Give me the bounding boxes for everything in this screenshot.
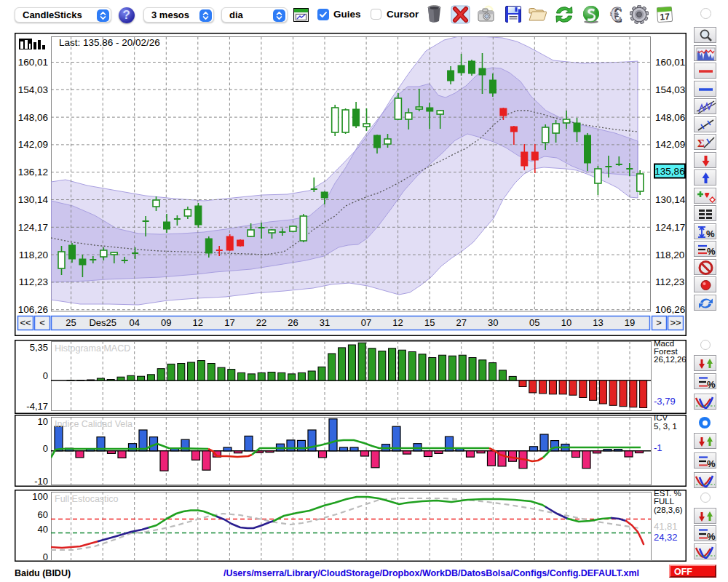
svg-text:24,32: 24,32	[654, 532, 678, 543]
svg-text:04: 04	[129, 317, 139, 328]
svg-text:-1: -1	[654, 442, 662, 453]
svg-text:-10: -10	[34, 476, 48, 487]
svg-text:15: 15	[424, 317, 435, 328]
svg-text:Last: 135.86 - 20/02/26: Last: 135.86 - 20/02/26	[59, 37, 160, 48]
svg-text:25: 25	[66, 317, 76, 328]
svg-text:27: 27	[456, 317, 466, 328]
svg-text:-4,17: -4,17	[26, 401, 48, 412]
svg-text:€: €	[610, 5, 621, 25]
svg-text:124,17: 124,17	[655, 222, 685, 233]
svg-text:FULL: FULL	[654, 497, 675, 506]
svg-text:41,81: 41,81	[654, 521, 678, 532]
svg-text:135,86: 135,86	[654, 166, 684, 177]
svg-text:%: %	[707, 379, 716, 390]
svg-text:26,12,26: 26,12,26	[654, 355, 687, 364]
svg-text:148,06: 148,06	[655, 112, 685, 123]
svg-text:Indice Calidad Vela: Indice Calidad Vela	[55, 419, 132, 429]
svg-text:40: 40	[38, 524, 48, 535]
svg-text:130,14: 130,14	[18, 194, 49, 205]
svg-text:148,06: 148,06	[18, 112, 48, 123]
svg-text:Σ: Σ	[697, 137, 705, 149]
svg-text:12: 12	[193, 317, 203, 328]
svg-text:07: 07	[361, 317, 371, 328]
svg-text:-3,79: -3,79	[654, 396, 676, 407]
svg-text:%: %	[707, 531, 716, 542]
svg-text:22: 22	[256, 317, 266, 328]
svg-text:09: 09	[161, 317, 171, 328]
svg-text:Des25: Des25	[89, 317, 116, 328]
svg-text:0: 0	[43, 370, 48, 381]
svg-text:60: 60	[38, 509, 48, 520]
svg-text:13: 13	[593, 317, 603, 328]
svg-text:5,35: 5,35	[30, 342, 48, 353]
svg-text:<<: <<	[20, 317, 31, 328]
svg-text:26: 26	[288, 317, 298, 328]
svg-text:118,20: 118,20	[655, 250, 684, 260]
svg-text:100: 100	[32, 491, 48, 502]
svg-text:30: 30	[488, 317, 498, 328]
svg-text:112,23: 112,23	[19, 276, 48, 287]
svg-text:(28,3,6): (28,3,6)	[654, 506, 683, 514]
svg-text:142,09: 142,09	[18, 139, 48, 150]
svg-text:142,09: 142,09	[655, 139, 685, 150]
svg-text:%: %	[707, 458, 716, 469]
svg-text:154,03: 154,03	[18, 84, 48, 95]
svg-text:124,17: 124,17	[18, 222, 48, 233]
svg-text:<: <	[39, 317, 45, 328]
svg-text:%: %	[707, 246, 716, 257]
svg-text:05: 05	[529, 317, 539, 328]
svg-text:0: 0	[43, 443, 48, 454]
svg-text:160,01: 160,01	[18, 57, 48, 68]
svg-text:17: 17	[660, 12, 670, 23]
svg-text:0: 0	[43, 551, 48, 562]
svg-text:>>: >>	[670, 317, 681, 328]
svg-text:5, 3, 1: 5, 3, 1	[654, 422, 677, 431]
svg-text:106,26: 106,26	[655, 304, 685, 315]
svg-text:31: 31	[320, 317, 330, 328]
svg-text:136,12: 136,12	[18, 167, 48, 178]
svg-text:Histograma MACD: Histograma MACD	[55, 343, 130, 354]
svg-text:19: 19	[625, 317, 635, 328]
svg-text:12: 12	[392, 317, 403, 328]
svg-text:ICV: ICV	[654, 415, 668, 422]
svg-text:130,14: 130,14	[655, 194, 686, 205]
svg-text:%: %	[706, 228, 715, 239]
svg-text:17: 17	[224, 317, 234, 328]
svg-text:112,23: 112,23	[655, 276, 684, 287]
svg-text:118,20: 118,20	[19, 250, 48, 260]
svg-text:106,26: 106,26	[18, 304, 48, 315]
svg-text:Full Estocastico: Full Estocastico	[55, 494, 119, 504]
svg-text:160,01: 160,01	[655, 57, 685, 68]
svg-text:154,03: 154,03	[655, 84, 685, 95]
svg-text:10: 10	[38, 416, 48, 427]
svg-text:>: >	[656, 317, 662, 328]
svg-text:10: 10	[561, 317, 571, 328]
